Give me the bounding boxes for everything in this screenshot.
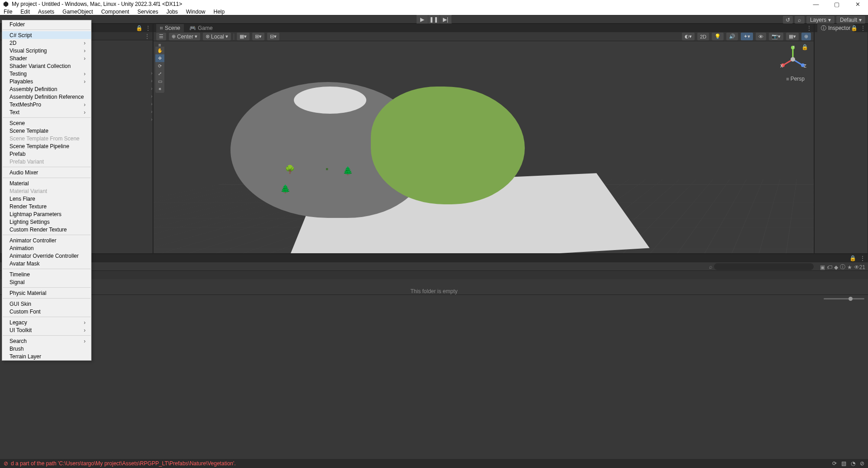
- menu-item-lightmap-parameters[interactable]: Lightmap Parameters: [2, 210, 91, 218]
- hidden-count-icon[interactable]: 👁21: [854, 264, 865, 270]
- menu-item-c-script[interactable]: C# Script: [2, 31, 91, 39]
- menu-item-text[interactable]: Text: [2, 108, 91, 116]
- menu-item-visual-scripting[interactable]: Visual Scripting: [2, 47, 91, 54]
- cache-icon[interactable]: ▧: [841, 460, 846, 467]
- menu-item-textmeshpro[interactable]: TextMeshPro: [2, 101, 91, 108]
- projection-label[interactable]: ≡ Persp: [786, 76, 805, 82]
- fx-toggle[interactable]: ✦▾: [741, 33, 753, 40]
- 2d-toggle[interactable]: 2D: [697, 33, 709, 40]
- play-button[interactable]: ▶: [417, 15, 428, 24]
- layers-dropdown[interactable]: Layers▾: [806, 16, 834, 24]
- scene-viewport[interactable]: 🌳 🌲 ▪ 🌲 ≡ ✋ ✥ ⟳ ⤢ ▭ ✶: [153, 41, 814, 253]
- inspector-lock-icon[interactable]: 🔒: [851, 25, 858, 31]
- menu-gameobject[interactable]: GameObject: [62, 9, 93, 15]
- activity-icon[interactable]: ◔: [851, 460, 855, 467]
- grid-snap-button[interactable]: ▦▾: [237, 33, 249, 40]
- menu-item-animation[interactable]: Animation: [2, 244, 91, 252]
- menu-item-shader-variant-collection[interactable]: Shader Variant Collection: [2, 62, 91, 70]
- menu-item-terrain-layer[interactable]: Terrain Layer: [2, 352, 91, 360]
- gizmo-toggle[interactable]: ⊕: [801, 33, 811, 40]
- tab-scene[interactable]: ⌗ Scene: [156, 24, 184, 32]
- hierarchy-menu-icon[interactable]: ⋮: [145, 25, 151, 31]
- draw-mode-button[interactable]: ◐▾: [682, 33, 695, 40]
- menu-assets[interactable]: Assets: [38, 9, 54, 15]
- menu-item-brush[interactable]: Brush: [2, 345, 91, 352]
- thumbnail-size-slider[interactable]: [824, 298, 864, 299]
- menu-item-testing[interactable]: Testing: [2, 70, 91, 77]
- step-button[interactable]: ▶|: [440, 15, 452, 24]
- project-breadcrumb[interactable]: Scripts: [0, 271, 868, 279]
- scale-tool[interactable]: ⤢: [155, 70, 164, 77]
- menu-item-shader[interactable]: Shader: [2, 54, 91, 62]
- menu-jobs[interactable]: Jobs: [166, 9, 177, 15]
- lock-icon[interactable]: 🔒: [136, 25, 143, 31]
- menu-item-render-texture[interactable]: Render Texture: [2, 203, 91, 210]
- rect-tool[interactable]: ▭: [155, 77, 164, 85]
- filter-by-type-icon[interactable]: ▣: [820, 264, 825, 270]
- menu-item-folder[interactable]: Folder: [2, 20, 91, 28]
- pause-button[interactable]: ❚❚: [428, 15, 440, 24]
- maximize-button[interactable]: ▢: [826, 0, 847, 8]
- menu-item-scene[interactable]: Scene: [2, 119, 91, 127]
- gizmos-dropdown[interactable]: ▦▾: [786, 33, 799, 40]
- tab-inspector[interactable]: ⓘ Inspector: [817, 24, 854, 32]
- menu-file[interactable]: File: [4, 9, 12, 15]
- transform-tool[interactable]: ✶: [155, 85, 164, 93]
- menu-item-animator-controller[interactable]: Animator Controller: [2, 236, 91, 244]
- scene-tab-menu-icon[interactable]: ⋮: [806, 25, 812, 31]
- global-search-icon[interactable]: ⌕: [795, 16, 805, 24]
- inspector-menu-icon[interactable]: ⋮: [860, 25, 866, 31]
- menu-services[interactable]: Services: [137, 9, 158, 15]
- menu-component[interactable]: Component: [101, 9, 129, 15]
- filter-by-label-icon[interactable]: 🏷: [827, 264, 832, 270]
- tool-handle[interactable]: ≡: [155, 43, 164, 47]
- menu-item-assembly-definition-reference[interactable]: Assembly Definition Reference: [2, 93, 91, 101]
- camera-button[interactable]: 📷▾: [769, 33, 783, 40]
- project-menu-icon[interactable]: ⋮: [860, 255, 865, 261]
- menu-help[interactable]: Help: [214, 9, 225, 15]
- rotate-tool[interactable]: ⟳: [155, 62, 164, 70]
- lighting-toggle[interactable]: 💡: [712, 33, 724, 40]
- menu-item-ui-toolkit[interactable]: UI Toolkit: [2, 326, 91, 334]
- menu-item-scene-template[interactable]: Scene Template: [2, 127, 91, 135]
- menu-item-timeline[interactable]: Timeline: [2, 270, 91, 278]
- menu-item-custom-render-texture[interactable]: Custom Render Texture: [2, 226, 91, 233]
- space-mode-dropdown[interactable]: ⊗Local ▾: [203, 33, 231, 40]
- undo-history-icon[interactable]: ↺: [783, 16, 793, 24]
- tool-hamburger[interactable]: ☰: [156, 33, 166, 40]
- menu-item-lighting-settings[interactable]: Lighting Settings: [2, 218, 91, 226]
- layout-dropdown[interactable]: Default▾: [836, 16, 865, 24]
- minimize-button[interactable]: —: [806, 0, 826, 8]
- menu-item-prefab[interactable]: Prefab: [2, 150, 91, 158]
- close-button[interactable]: ✕: [847, 0, 868, 8]
- progress-icon[interactable]: ⊘: [860, 460, 864, 467]
- menu-item-assembly-definition[interactable]: Assembly Definition: [2, 85, 91, 93]
- hand-tool[interactable]: ✋: [155, 47, 164, 54]
- menu-item-audio-mixer[interactable]: Audio Mixer: [2, 169, 91, 176]
- menu-item-lens-flare[interactable]: Lens Flare: [2, 195, 91, 203]
- menu-window[interactable]: Window: [186, 9, 206, 15]
- menu-item-avatar-mask[interactable]: Avatar Mask: [2, 260, 91, 267]
- menu-item-material[interactable]: Material: [2, 179, 91, 187]
- favorite-icon[interactable]: ★: [847, 264, 852, 270]
- project-lock-icon[interactable]: 🔒: [849, 255, 856, 261]
- filter-hidden-icon[interactable]: ◆: [834, 264, 838, 270]
- status-message[interactable]: d a part of the path 'C:\Users\targo\My …: [11, 460, 236, 467]
- menu-edit[interactable]: Edit: [20, 9, 30, 15]
- snap-increment-button[interactable]: ⊞▾: [252, 33, 264, 40]
- hierarchy-options-icon[interactable]: ⋮: [144, 33, 150, 39]
- menu-item-physic-material[interactable]: Physic Material: [2, 289, 91, 297]
- menu-item-animator-override-controller[interactable]: Animator Override Controller: [2, 252, 91, 260]
- audio-toggle[interactable]: 🔊: [726, 33, 738, 40]
- save-search-icon[interactable]: ⓘ: [840, 263, 845, 271]
- menu-item-scene-template-pipeline[interactable]: Scene Template Pipeline: [2, 142, 91, 150]
- menu-item-2d[interactable]: 2D: [2, 39, 91, 47]
- pivot-mode-dropdown[interactable]: ⊕Center ▾: [169, 33, 200, 40]
- menu-item-legacy[interactable]: Legacy: [2, 318, 91, 326]
- menu-item-playables[interactable]: Playables: [2, 77, 91, 85]
- menu-item-gui-skin[interactable]: GUI Skin: [2, 300, 91, 308]
- move-tool[interactable]: ✥: [155, 54, 164, 62]
- menu-item-signal[interactable]: Signal: [2, 278, 91, 286]
- hidden-objects-toggle[interactable]: 👁: [756, 33, 766, 40]
- tab-game[interactable]: 🎮 Game: [189, 24, 213, 32]
